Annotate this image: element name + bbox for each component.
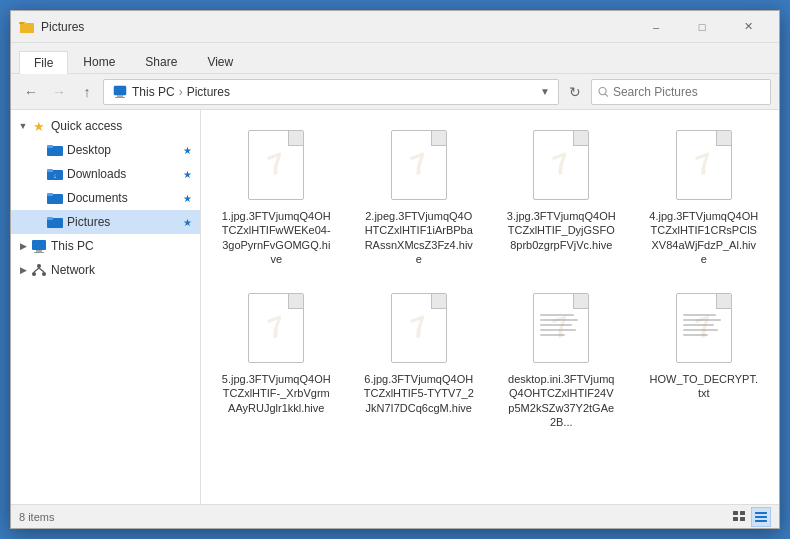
- detail-view-button[interactable]: [751, 507, 771, 527]
- back-button[interactable]: ←: [19, 80, 43, 104]
- svg-rect-5: [117, 95, 123, 97]
- svg-rect-10: [47, 145, 53, 148]
- svg-rect-12: [47, 169, 53, 172]
- list-item[interactable]: 7 2.jpeg.3FTVjumqQ4OHTCZxlHTIF1iArBPbaRA…: [352, 118, 487, 273]
- this-pc-icon: [31, 238, 47, 254]
- pin-icon: ★: [183, 145, 192, 156]
- svg-line-8: [605, 93, 608, 96]
- svg-rect-18: [32, 240, 46, 250]
- files-grid: 7 1.jpg.3FTVjumqQ4OHTCZxlHTIFwWEKe04-3go…: [209, 118, 771, 436]
- quick-access-label: Quick access: [51, 119, 192, 133]
- file-label-1: 1.jpg.3FTVjumqQ4OHTCZxlHTIFwWEKe04-3goPy…: [221, 209, 331, 266]
- ribbon-tabs: File Home Share View: [11, 43, 779, 73]
- refresh-button[interactable]: ↻: [563, 80, 587, 104]
- svg-point-22: [32, 272, 36, 276]
- list-item[interactable]: 7 desktop.ini.3FTVjumqQ4OHTCZxlHTIF24Vp5…: [494, 281, 629, 436]
- addressbar: ← → ↑ This PC › Pictures ▼ ↻: [11, 74, 779, 110]
- svg-text:↓: ↓: [53, 172, 57, 179]
- address-pictures: Pictures: [187, 85, 230, 99]
- maximize-button[interactable]: □: [679, 11, 725, 43]
- sidebar-desktop-label: Desktop: [67, 143, 179, 157]
- file-icon-4: 7: [669, 125, 739, 205]
- tab-view[interactable]: View: [192, 50, 248, 73]
- sidebar-item-documents[interactable]: Documents ★: [11, 186, 200, 210]
- window-title: Pictures: [41, 20, 633, 34]
- list-item[interactable]: 7 4.jpg.3FTVjumqQ4OHTCZxlHTIF1CRsPClSXV8…: [637, 118, 772, 273]
- address-pc-icon: [112, 84, 128, 100]
- file-icon-1: 7: [241, 125, 311, 205]
- file-icon-6: 7: [384, 288, 454, 368]
- file-icon-8: 7: [669, 288, 739, 368]
- up-button[interactable]: ↑: [75, 80, 99, 104]
- sidebar-item-desktop[interactable]: Desktop ★: [11, 138, 200, 162]
- svg-rect-27: [740, 511, 745, 515]
- svg-rect-2: [20, 24, 34, 33]
- sidebar-pictures-label: Pictures: [67, 215, 179, 229]
- close-button[interactable]: ✕: [725, 11, 771, 43]
- quick-access-expander: ▼: [15, 118, 31, 134]
- search-input[interactable]: [613, 85, 764, 99]
- svg-point-7: [599, 87, 606, 94]
- file-label-6: 6.jpg.3FTVjumqQ4OHTCZxlHTIF5-TYTV7_2JkN7…: [364, 372, 474, 415]
- file-explorer-window: Pictures – □ ✕ File Home Share View ← → …: [10, 10, 780, 529]
- sidebar-item-pictures[interactable]: Pictures ★: [11, 210, 200, 234]
- sidebar-item-quick-access[interactable]: ▼ ★ Quick access: [11, 114, 200, 138]
- sidebar: ▼ ★ Quick access Desktop: [11, 110, 201, 504]
- svg-rect-26: [733, 511, 738, 515]
- file-icon-7: 7: [526, 288, 596, 368]
- svg-rect-4: [114, 86, 126, 95]
- list-item[interactable]: 7 HOW_TO_DECRYPT.txt: [637, 281, 772, 436]
- file-label-4: 4.jpg.3FTVjumqQ4OHTCZxlHTIF1CRsPClSXV84a…: [649, 209, 759, 266]
- list-item[interactable]: 7 3.jpg.3FTVjumqQ4OHTCZxlHTIF_DyjGSFO8pr…: [494, 118, 629, 273]
- svg-line-25: [39, 268, 44, 272]
- pin-icon3: ★: [183, 193, 192, 204]
- network-expander: ▶: [15, 262, 31, 278]
- sidebar-documents-label: Documents: [67, 191, 179, 205]
- file-label-8: HOW_TO_DECRYPT.txt: [649, 372, 759, 401]
- star-icon: ★: [31, 118, 47, 134]
- address-box[interactable]: This PC › Pictures ▼: [103, 79, 559, 105]
- sidebar-item-network[interactable]: ▶ Network: [11, 258, 200, 282]
- list-item[interactable]: 7 1.jpg.3FTVjumqQ4OHTCZxlHTIFwWEKe04-3go…: [209, 118, 344, 273]
- pin-icon2: ★: [183, 169, 192, 180]
- desktop-folder-icon: [47, 142, 63, 158]
- address-arrow: ▼: [540, 86, 550, 97]
- sidebar-network-label: Network: [51, 263, 192, 277]
- downloads-folder-icon: ↓: [47, 166, 63, 182]
- search-box[interactable]: [591, 79, 771, 105]
- file-icon-5: 7: [241, 288, 311, 368]
- sidebar-section-quick-access: ▼ ★ Quick access Desktop: [11, 114, 200, 234]
- svg-rect-31: [755, 516, 767, 518]
- minimize-button[interactable]: –: [633, 11, 679, 43]
- svg-rect-19: [36, 250, 42, 252]
- svg-point-23: [42, 272, 46, 276]
- statusbar: 8 items: [11, 504, 779, 528]
- file-label-2: 2.jpeg.3FTVjumqQ4OHTCZxlHTIF1iArBPbaRAss…: [364, 209, 474, 266]
- svg-rect-20: [34, 252, 44, 253]
- tab-share[interactable]: Share: [130, 50, 192, 73]
- sidebar-item-downloads[interactable]: ↓ Downloads ★: [11, 162, 200, 186]
- forward-button[interactable]: →: [47, 80, 71, 104]
- window-controls: – □ ✕: [633, 11, 771, 43]
- pictures-folder-icon: [47, 214, 63, 230]
- svg-rect-15: [47, 193, 53, 196]
- list-view-button[interactable]: [729, 507, 749, 527]
- pin-icon4: ★: [183, 217, 192, 228]
- sidebar-section-network: ▶ Network: [11, 258, 200, 282]
- tab-home[interactable]: Home: [68, 50, 130, 73]
- this-pc-expander: ▶: [15, 238, 31, 254]
- ribbon: File Home Share View: [11, 43, 779, 74]
- sidebar-item-this-pc[interactable]: ▶ This PC: [11, 234, 200, 258]
- sidebar-thispc-label: This PC: [51, 239, 192, 253]
- svg-rect-17: [47, 217, 53, 220]
- sidebar-section-this-pc: ▶ This PC: [11, 234, 200, 258]
- svg-rect-28: [733, 517, 738, 521]
- file-label-3: 3.jpg.3FTVjumqQ4OHTCZxlHTIF_DyjGSFO8prb0…: [506, 209, 616, 252]
- list-item[interactable]: 7 5.jpg.3FTVjumqQ4OHTCZxlHTIF-_XrbVgrmAA…: [209, 281, 344, 436]
- file-label-5: 5.jpg.3FTVjumqQ4OHTCZxlHTIF-_XrbVgrmAAyR…: [221, 372, 331, 415]
- tab-file[interactable]: File: [19, 51, 68, 74]
- view-controls: [729, 507, 771, 527]
- item-count: 8 items: [19, 511, 54, 523]
- list-item[interactable]: 7 6.jpg.3FTVjumqQ4OHTCZxlHTIF5-TYTV7_2Jk…: [352, 281, 487, 436]
- svg-line-24: [34, 268, 39, 272]
